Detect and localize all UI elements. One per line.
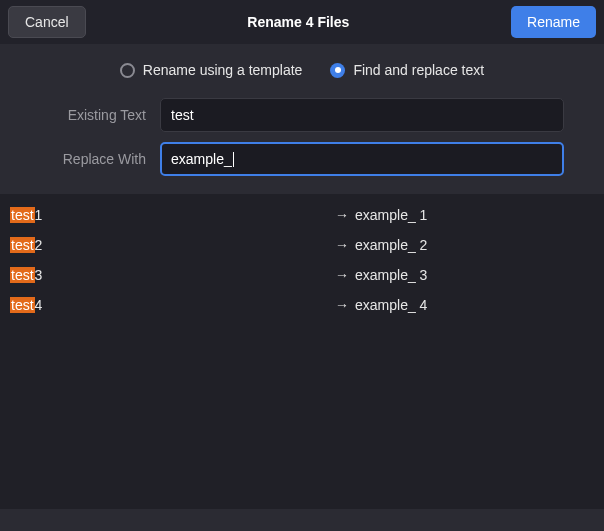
text-caret-icon (233, 152, 234, 167)
old-name: test 2 (10, 237, 335, 253)
preview-list: test 1 → example_ 1 test 2 → example_ 2 … (0, 194, 604, 509)
preview-row: test 1 → example_ 1 (10, 200, 594, 230)
form: Existing Text Replace With example_ (0, 92, 604, 194)
old-name-rest: 1 (35, 207, 43, 223)
titlebar: Cancel Rename 4 Files Rename (0, 0, 604, 44)
old-name-rest: 3 (35, 267, 43, 283)
existing-text-label: Existing Text (0, 107, 150, 123)
old-name-rest: 2 (35, 237, 43, 253)
new-name: example_ 1 (355, 207, 427, 223)
arrow-icon: → (335, 297, 355, 313)
match-highlight: test (10, 207, 35, 223)
preview-row: test 3 → example_ 3 (10, 260, 594, 290)
old-name: test 1 (10, 207, 335, 223)
arrow-icon: → (335, 267, 355, 283)
dialog-title: Rename 4 Files (247, 14, 349, 30)
new-name: example_ 3 (355, 267, 427, 283)
old-name-rest: 4 (35, 297, 43, 313)
replace-with-value: example_ (171, 151, 232, 167)
radio-template[interactable]: Rename using a template (120, 62, 303, 78)
radio-findreplace-label: Find and replace text (353, 62, 484, 78)
replace-with-input[interactable]: example_ (160, 142, 564, 176)
arrow-icon: → (335, 237, 355, 253)
match-highlight: test (10, 267, 35, 283)
match-highlight: test (10, 237, 35, 253)
arrow-icon: → (335, 207, 355, 223)
replace-with-label: Replace With (0, 151, 150, 167)
preview-row: test 4 → example_ 4 (10, 290, 594, 320)
cancel-button[interactable]: Cancel (8, 6, 86, 38)
new-name: example_ 2 (355, 237, 427, 253)
radio-template-label: Rename using a template (143, 62, 303, 78)
preview-row: test 2 → example_ 2 (10, 230, 594, 260)
radio-off-icon (120, 63, 135, 78)
old-name: test 3 (10, 267, 335, 283)
radio-findreplace[interactable]: Find and replace text (330, 62, 484, 78)
rename-button[interactable]: Rename (511, 6, 596, 38)
new-name: example_ 4 (355, 297, 427, 313)
existing-text-input[interactable] (160, 98, 564, 132)
mode-selector: Rename using a template Find and replace… (0, 44, 604, 92)
match-highlight: test (10, 297, 35, 313)
radio-on-icon (330, 63, 345, 78)
old-name: test 4 (10, 297, 335, 313)
